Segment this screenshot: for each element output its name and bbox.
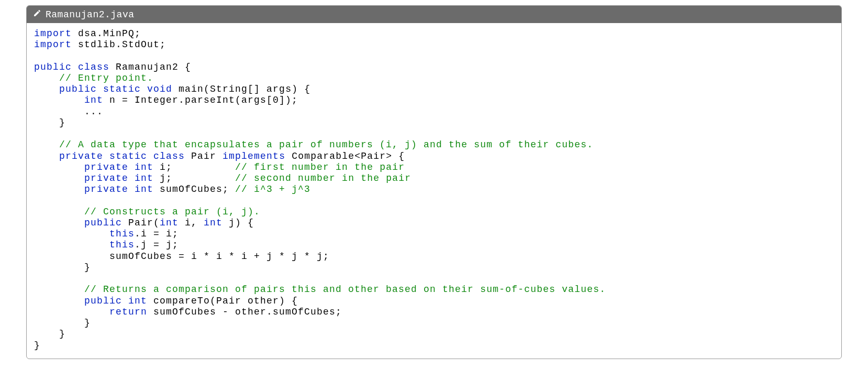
edit-icon (33, 9, 41, 20)
code-body: import dsa.MinPQ; import stdlib.StdOut; … (27, 23, 841, 359)
code-filename: Ramanujan2.java (46, 9, 135, 20)
code-header: Ramanujan2.java (27, 6, 841, 23)
code-listing: Ramanujan2.java import dsa.MinPQ; import… (26, 5, 842, 359)
